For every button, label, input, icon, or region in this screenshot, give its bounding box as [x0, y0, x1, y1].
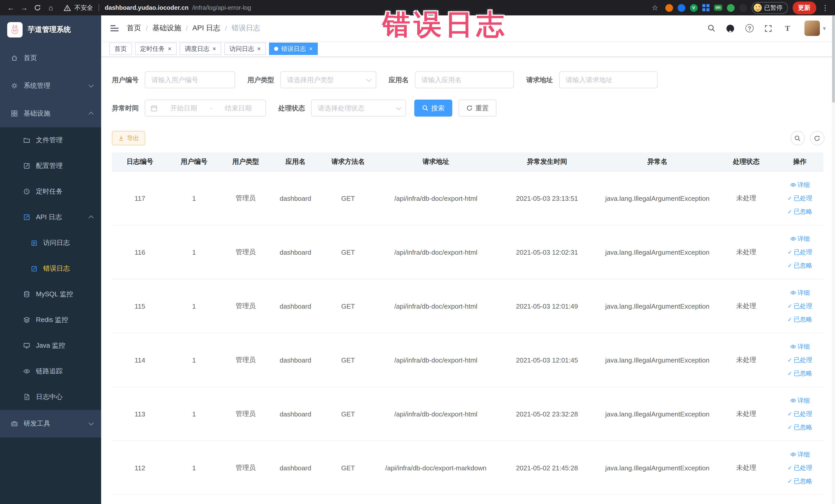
extension-icon-orange[interactable] — [665, 4, 673, 12]
action-detail-link[interactable]: 详细 — [790, 235, 810, 243]
sidebar-item-home[interactable]: 首页 — [0, 44, 101, 72]
browser-back-icon[interactable]: ← — [5, 2, 16, 13]
cell-actions: 详细 ✓已处理 ✓已忽略 — [776, 172, 823, 225]
fullscreen-icon[interactable] — [763, 23, 774, 33]
sidebar-item-system-management[interactable]: 系统管理 — [0, 72, 101, 100]
action-ignored-link[interactable]: ✓已忽略 — [788, 261, 812, 270]
close-icon[interactable]: × — [257, 46, 261, 52]
extension-icon-green-v[interactable]: V — [690, 4, 697, 12]
extension-icon-grid[interactable] — [702, 4, 709, 11]
browser-forward-icon[interactable]: → — [19, 2, 30, 13]
toggle-search-button[interactable] — [790, 131, 805, 145]
sidebar-item-error-logs[interactable]: 错误日志 — [0, 256, 101, 281]
breadcrumb-item-infrastructure[interactable]: 基础设施 — [152, 24, 181, 33]
cell-status: 未处理 — [716, 333, 776, 387]
sidebar-item-infrastructure[interactable]: 基础设施 — [0, 100, 101, 127]
export-button[interactable]: 导出 — [112, 131, 145, 145]
user-type-select[interactable]: 请选择用户类型 — [280, 72, 376, 88]
filter-request-url: 请求地址 — [526, 72, 658, 88]
page-scrollbar[interactable] — [831, 15, 835, 504]
action-ignored-link[interactable]: ✓已忽略 — [788, 207, 812, 216]
scrollbar-thumb[interactable] — [832, 15, 834, 103]
sidebar-item-access-logs[interactable]: 访问日志 — [0, 230, 101, 256]
action-processed-link[interactable]: ✓已处理 — [788, 463, 812, 472]
action-detail-link[interactable]: 详细 — [790, 288, 810, 297]
tab-label: 访问日志 — [229, 44, 254, 53]
sidebar-item-log-center[interactable]: 日志中心 — [0, 384, 101, 410]
refresh-table-button[interactable] — [810, 131, 824, 145]
sidebar-item-config-management[interactable]: 配置管理 — [0, 153, 101, 179]
close-icon[interactable]: × — [168, 46, 171, 52]
action-detail-link[interactable]: 详细 — [790, 396, 810, 405]
table-header-row: 日志编号 用户编号 用户类型 应用名 请求方法名 请求地址 异常发生时间 异常名… — [112, 153, 823, 172]
sidebar-item-java-monitor[interactable]: Java 监控 — [0, 333, 101, 358]
sidebar: 芋道管理系统 首页 系统管理 基础设施 — [0, 15, 101, 504]
user-id-input[interactable] — [145, 72, 235, 88]
breadcrumb-item-home[interactable]: 首页 — [127, 24, 141, 33]
cell-method: GET — [320, 172, 376, 225]
sidebar-item-api-logs[interactable]: API 日志 — [0, 204, 101, 230]
browser-reload-icon[interactable] — [32, 2, 43, 13]
close-icon[interactable]: × — [309, 46, 313, 52]
sidebar-item-dev-tools[interactable]: 研发工具 — [0, 410, 101, 438]
user-avatar-menu[interactable]: ▾ — [805, 21, 826, 36]
action-processed-link[interactable]: ✓已处理 — [788, 409, 812, 418]
help-icon[interactable]: ? — [745, 23, 755, 33]
sidebar-item-mysql-monitor[interactable]: MySQL 监控 — [0, 281, 101, 307]
extension-icon-leaf[interactable] — [727, 4, 734, 12]
font-size-icon[interactable]: T — [782, 23, 793, 33]
action-ignored-link[interactable]: ✓已忽略 — [788, 477, 812, 485]
briefcase-icon — [10, 420, 19, 427]
sidebar-item-link-tracing[interactable]: 链路追踪 — [0, 358, 101, 384]
request-url-input[interactable] — [559, 72, 658, 88]
extension-icon-dark[interactable] — [739, 4, 747, 12]
search-button[interactable]: 搜索 — [414, 100, 452, 117]
action-ignored-link[interactable]: ✓已忽略 — [788, 369, 812, 378]
cell-method: GET — [320, 225, 376, 279]
action-processed-link[interactable]: ✓已处理 — [788, 248, 812, 257]
browser-update-button[interactable]: 更新 — [792, 1, 816, 14]
sidebar-item-redis-monitor[interactable]: Redis 监控 — [0, 307, 101, 333]
reset-button[interactable]: 重置 — [459, 100, 496, 117]
sidebar-item-scheduled-tasks[interactable]: 定时任务 — [0, 179, 101, 204]
action-processed-link[interactable]: ✓已处理 — [788, 194, 812, 203]
sidebar-collapse-icon[interactable] — [110, 25, 119, 31]
action-processed-link[interactable]: ✓已处理 — [788, 302, 812, 310]
app-name-input[interactable] — [415, 72, 514, 88]
tab-scheduled-tasks[interactable]: 定时任务 × — [135, 43, 177, 55]
github-icon[interactable] — [726, 23, 736, 33]
address-bar[interactable]: 不安全 dashboard.yudao.iocoder.cn/infra/log… — [64, 3, 647, 12]
paused-badge-label: 已暂停 — [764, 3, 782, 12]
column-header: 操作 — [776, 153, 823, 171]
profile-paused-chip[interactable]: 已暂停 — [751, 2, 788, 14]
action-ignored-link[interactable]: ✓已忽略 — [788, 315, 812, 324]
extension-icon-blue-drop[interactable] — [677, 4, 685, 12]
action-detail-link[interactable]: 详细 — [790, 342, 810, 351]
tab-error-logs[interactable]: 错误日志 × — [269, 43, 318, 55]
action-label: 已忽略 — [794, 315, 812, 324]
extension-icon-on-badge[interactable]: on — [714, 5, 722, 11]
exception-time-range-picker[interactable]: 开始日期 - 结束日期 — [145, 100, 266, 117]
action-detail-link[interactable]: 详细 — [790, 181, 810, 189]
action-ignored-link[interactable]: ✓已忽略 — [788, 423, 812, 431]
close-icon[interactable]: × — [212, 46, 216, 52]
app-logo: 芋道管理系统 — [0, 15, 101, 44]
browser-home-icon[interactable]: ⌂ — [45, 2, 57, 13]
bookmark-star-icon[interactable]: ☆ — [649, 2, 660, 13]
action-label: 已处理 — [794, 248, 812, 257]
tab-access-logs[interactable]: 访问日志 × — [224, 43, 266, 55]
sidebar-item-file-management[interactable]: 文件管理 — [0, 127, 101, 153]
cell-status: 未处理 — [716, 387, 776, 441]
search-icon[interactable] — [707, 23, 717, 33]
action-processed-link[interactable]: ✓已处理 — [788, 356, 812, 364]
process-status-select[interactable]: 请选择处理状态 — [311, 100, 406, 117]
tab-dispatch-logs[interactable]: 调度日志 × — [180, 43, 221, 55]
breadcrumb-item-api-logs[interactable]: API 日志 — [192, 24, 221, 33]
cell-user-id: 1 — [168, 172, 220, 225]
filter-label-app-name: 应用名 — [389, 75, 409, 84]
tab-home[interactable]: 首页 — [109, 43, 132, 55]
cell-exception-time: 2021-05-02 23:32:28 — [495, 387, 598, 441]
action-label: 详细 — [797, 396, 810, 405]
browser-menu-kebab-icon[interactable]: ⋮ — [821, 4, 830, 12]
action-detail-link[interactable]: 详细 — [790, 450, 810, 459]
